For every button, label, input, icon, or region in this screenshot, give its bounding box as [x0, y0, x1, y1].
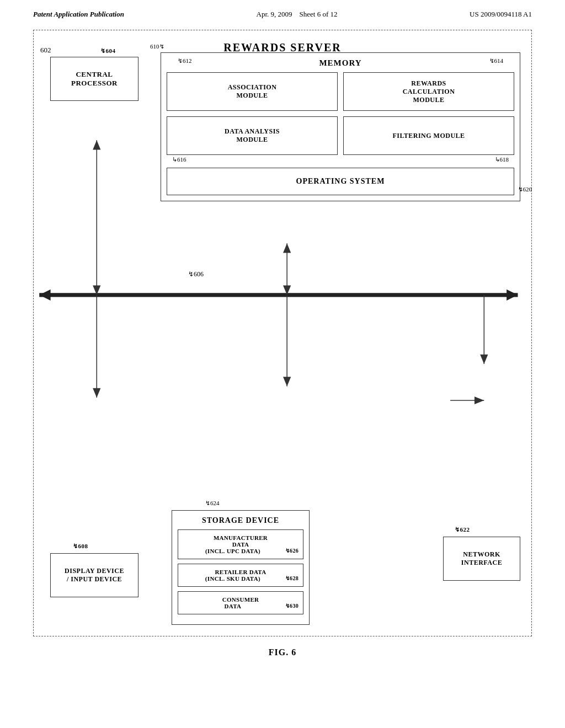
ref-606: ↯606 [188, 270, 204, 279]
ref-622: ↯622 [455, 526, 470, 533]
network-interface-box: ↯622 NETWORK INTERFACE [443, 537, 520, 581]
manufacturer-data-box: MANUFACTURER DATA (INCL. UPC DATA) ↯626 [178, 529, 303, 559]
storage-device-title: STORAGE DEVICE [178, 516, 303, 525]
filtering-module-box: FILTERING MODULE [343, 116, 514, 155]
svg-marker-14 [283, 377, 291, 386]
storage-device-box: ↯624 STORAGE DEVICE MANUFACTURER DATA (I… [172, 510, 310, 625]
header-patent-num: US 2009/0094118 A1 [470, 10, 532, 19]
ref-626: ↯626 [285, 548, 299, 554]
memory-section: 610↯ MEMORY ↯612 ↯614 ASSOCIATION MODULE… [161, 52, 520, 201]
ref-602: 602 [40, 46, 51, 55]
ref-612: ↯612 [178, 57, 192, 65]
svg-marker-4 [93, 286, 100, 295]
header-date: Apr. 9, 2009 [257, 10, 292, 18]
cpu-box: ↯604 CENTRAL PROCESSOR [50, 57, 138, 101]
ref-620: ↯620 [518, 186, 532, 193]
figure-caption: FIG. 6 [0, 647, 565, 657]
header-sheet: Sheet 6 of 12 [300, 10, 338, 18]
header-publication: Patent Application Publication [33, 10, 124, 19]
svg-marker-2 [507, 290, 518, 301]
operating-system-box: OPERATING SYSTEM [167, 168, 514, 195]
ref-610: 610↯ [150, 43, 164, 50]
ref-628: ↯628 [285, 575, 299, 581]
svg-marker-8 [283, 243, 291, 253]
retailer-data-box: RETAILER DATA (INCL. SKU DATA) ↯628 [178, 564, 303, 587]
consumer-data-box: CONSUMER DATA ↯630 [178, 591, 303, 614]
memory-modules-top-row: ASSOCIATION MODULE REWARDS CALCULATION M… [167, 72, 514, 111]
svg-marker-10 [480, 355, 488, 364]
association-module-box: ASSOCIATION MODULE [167, 72, 338, 111]
header-date-sheet: Apr. 9, 2009 Sheet 6 of 12 [257, 10, 338, 19]
data-analysis-module-box: DATA ANALYSIS MODULE [167, 116, 338, 155]
svg-marker-7 [283, 286, 291, 295]
ref-618: ↳618 [495, 156, 509, 163]
svg-marker-1 [39, 290, 50, 301]
display-device-box: ↯608 DISPLAY DEVICE / INPUT DEVICE [50, 553, 138, 597]
memory-modules-bottom-row: DATA ANALYSIS MODULE FILTERING MODULE [167, 116, 514, 155]
diagram-area: REWARDS SERVER 602 610↯ MEMORY ↯612 ↯614… [33, 30, 532, 636]
page-header: Patent Application Publication Apr. 9, 2… [0, 0, 565, 24]
ref-630: ↯630 [285, 603, 299, 609]
svg-marker-16 [475, 397, 484, 404]
ref-608: ↯608 [73, 543, 88, 550]
ref-614: ↯614 [489, 57, 504, 65]
svg-marker-12 [93, 388, 100, 398]
memory-label: MEMORY [167, 58, 514, 68]
ref-624: ↯624 [205, 500, 220, 507]
svg-marker-5 [93, 140, 100, 149]
rewards-calc-module-box: REWARDS CALCULATION MODULE [343, 72, 514, 111]
ref-616: ↳616 [172, 156, 186, 163]
ref-604: ↯604 [100, 47, 116, 55]
